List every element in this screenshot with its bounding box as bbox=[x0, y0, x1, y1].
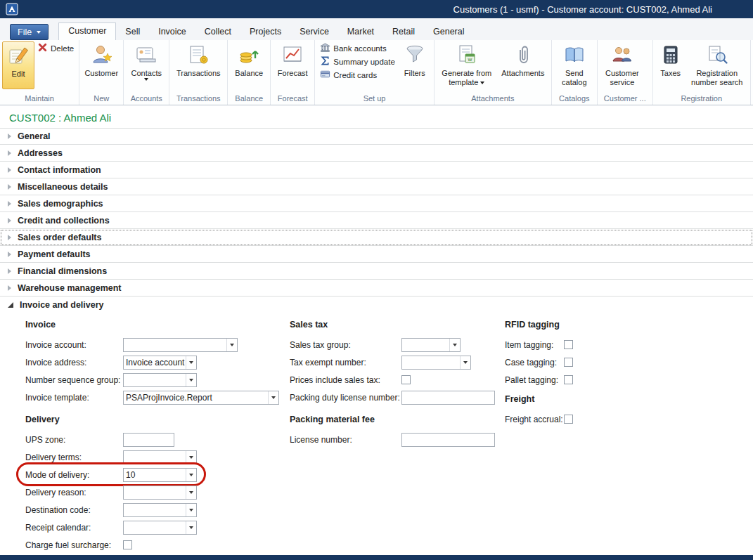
delivery-reason-combo[interactable] bbox=[123, 486, 197, 500]
edit-button[interactable]: Edit bbox=[2, 41, 34, 89]
dropdown-arrow-icon[interactable] bbox=[186, 469, 196, 481]
tax-exempt-number-combo[interactable] bbox=[401, 356, 471, 370]
taxes-button[interactable]: Taxes bbox=[655, 41, 686, 78]
sales-tax-group-label: Sales tax group: bbox=[290, 340, 401, 350]
ribbon-group-balance: Balance Balance bbox=[228, 40, 271, 105]
balance-button[interactable]: Balance bbox=[230, 41, 268, 78]
sigma-icon bbox=[320, 56, 330, 67]
packing-duty-license-number-input[interactable] bbox=[401, 391, 495, 405]
section-financial-dimensions[interactable]: Financial dimensions bbox=[0, 263, 753, 280]
license-number-input[interactable] bbox=[401, 433, 495, 447]
case-tagging-checkbox[interactable] bbox=[564, 358, 573, 367]
group-label-maintain: Maintain bbox=[2, 94, 77, 105]
delivery-terms-combo[interactable] bbox=[123, 450, 197, 464]
registration-number-search-button[interactable]: Registration number search bbox=[686, 41, 748, 86]
attachments-button[interactable]: Attachments bbox=[497, 41, 549, 78]
tab-sell[interactable]: Sell bbox=[116, 24, 149, 40]
customer-service-label: Customer service bbox=[601, 69, 643, 86]
dropdown-arrow-icon[interactable] bbox=[186, 451, 196, 464]
pencil-icon bbox=[7, 44, 30, 70]
summary-update-button[interactable]: Summary update bbox=[317, 55, 398, 68]
dropdown-arrow-icon[interactable] bbox=[186, 486, 196, 499]
ups-zone-input[interactable] bbox=[123, 433, 174, 447]
section-sales-order-defaults[interactable]: Sales order defaults bbox=[0, 229, 753, 246]
receipt-calendar-combo[interactable] bbox=[123, 521, 197, 535]
bank-accounts-button[interactable]: Bank accounts bbox=[317, 41, 398, 55]
ribbon-tab-row: File Customer Sell Invoice Collect Proje… bbox=[0, 18, 753, 40]
file-menu-button[interactable]: File bbox=[10, 24, 49, 40]
expand-arrow-icon bbox=[8, 184, 11, 190]
freight-accrual-checkbox[interactable] bbox=[564, 415, 573, 424]
tab-retail[interactable]: Retail bbox=[383, 24, 424, 40]
destination-code-combo[interactable] bbox=[123, 503, 197, 517]
expand-arrow-icon bbox=[8, 167, 11, 173]
delete-button[interactable]: Delete bbox=[34, 41, 77, 55]
credit-cards-button[interactable]: Credit cards bbox=[317, 68, 398, 82]
new-customer-button[interactable]: Customer bbox=[82, 41, 121, 78]
dropdown-arrow-icon[interactable] bbox=[268, 391, 278, 404]
field-packing-duty-license-number: Packing duty license number: bbox=[290, 389, 505, 406]
section-addresses[interactable]: Addresses bbox=[0, 145, 753, 162]
group-label-registration: Registration bbox=[655, 94, 748, 105]
section-contact-information[interactable]: Contact information bbox=[0, 162, 753, 178]
group-label-customer-service: Customer ... bbox=[600, 94, 650, 105]
section-sales-demographics[interactable]: Sales demographics bbox=[0, 195, 753, 212]
dropdown-arrow-icon[interactable] bbox=[186, 374, 196, 386]
item-tagging-label: Item tagging: bbox=[505, 340, 564, 350]
customer-service-button[interactable]: Customer service bbox=[600, 41, 645, 86]
dropdown-arrow-icon[interactable] bbox=[449, 339, 460, 351]
dropdown-arrow-icon[interactable] bbox=[186, 521, 196, 534]
contacts-button[interactable]: Contacts bbox=[126, 41, 167, 81]
field-charge-fuel-surcharge: Charge fuel surcharge: bbox=[25, 536, 290, 554]
section-payment-defaults[interactable]: Payment defaults bbox=[0, 246, 753, 263]
ups-zone-label: UPS zone: bbox=[25, 435, 123, 445]
number-sequence-group-combo[interactable] bbox=[123, 373, 197, 387]
case-tagging-label: Case tagging: bbox=[505, 358, 564, 367]
tab-collect[interactable]: Collect bbox=[195, 24, 240, 40]
dropdown-arrow-icon[interactable] bbox=[460, 356, 470, 369]
invoice-account-combo[interactable] bbox=[123, 338, 238, 352]
section-credit-and-collections[interactable]: Credit and collections bbox=[0, 212, 753, 229]
invoice-subheader: Invoice bbox=[25, 320, 290, 336]
new-customer-label: Customer bbox=[84, 69, 118, 77]
invoice-template-label: Invoice template: bbox=[25, 393, 123, 403]
mode-of-delivery-combo[interactable]: 10 bbox=[123, 468, 197, 482]
ribbon: Edit Delete Maintain bbox=[0, 40, 753, 105]
sales-tax-group-combo[interactable] bbox=[401, 338, 461, 352]
tab-general[interactable]: General bbox=[424, 24, 473, 40]
chevron-down-icon bbox=[144, 78, 148, 81]
transactions-button[interactable]: Transactions bbox=[172, 41, 225, 78]
packing-duty-license-number-label: Packing duty license number: bbox=[290, 393, 401, 403]
section-warehouse-management[interactable]: Warehouse management bbox=[0, 280, 753, 297]
section-general[interactable]: General bbox=[0, 128, 753, 145]
field-delivery-terms: Delivery terms: bbox=[25, 448, 290, 466]
pallet-tagging-checkbox[interactable] bbox=[564, 375, 573, 384]
prices-include-sales-tax-checkbox[interactable] bbox=[401, 375, 411, 384]
generate-from-template-button[interactable]: w Generate from template bbox=[437, 41, 497, 86]
form-content: CUST002 : Ahmed Ali General Addresses Co… bbox=[0, 105, 753, 554]
tab-customer[interactable]: Customer bbox=[58, 22, 116, 40]
forecast-button[interactable]: Forecast bbox=[273, 41, 312, 78]
filters-button[interactable]: Filters bbox=[398, 41, 432, 78]
tab-market[interactable]: Market bbox=[338, 24, 383, 40]
dropdown-arrow-icon[interactable] bbox=[186, 356, 196, 369]
dropdown-arrow-icon[interactable] bbox=[186, 504, 196, 516]
item-tagging-checkbox[interactable] bbox=[564, 340, 573, 349]
field-prices-include-sales-tax: Prices include sales tax: bbox=[290, 371, 505, 389]
tab-service[interactable]: Service bbox=[290, 24, 338, 40]
rfid-freight-column: RFID tagging Item tagging: Case tagging:… bbox=[505, 320, 753, 554]
tab-invoice[interactable]: Invoice bbox=[149, 24, 195, 40]
charge-fuel-surcharge-label: Charge fuel surcharge: bbox=[25, 540, 123, 550]
funnel-icon bbox=[404, 44, 426, 69]
credit-card-icon bbox=[320, 69, 330, 81]
charge-fuel-surcharge-checkbox[interactable] bbox=[123, 540, 132, 549]
dropdown-arrow-icon[interactable] bbox=[226, 339, 237, 351]
section-miscellaneous-details[interactable]: Miscellaneous details bbox=[0, 178, 753, 195]
open-book-icon bbox=[563, 44, 586, 69]
send-catalog-button[interactable]: Send catalog bbox=[554, 41, 595, 86]
ribbon-group-catalogs: Send catalog Catalogs bbox=[552, 40, 598, 105]
invoice-address-select[interactable]: Invoice account bbox=[123, 356, 197, 370]
tab-projects[interactable]: Projects bbox=[240, 24, 290, 40]
invoice-template-combo[interactable]: PSAProjInvoice.Report bbox=[123, 391, 279, 405]
section-invoice-and-delivery[interactable]: Invoice and delivery bbox=[0, 297, 753, 313]
